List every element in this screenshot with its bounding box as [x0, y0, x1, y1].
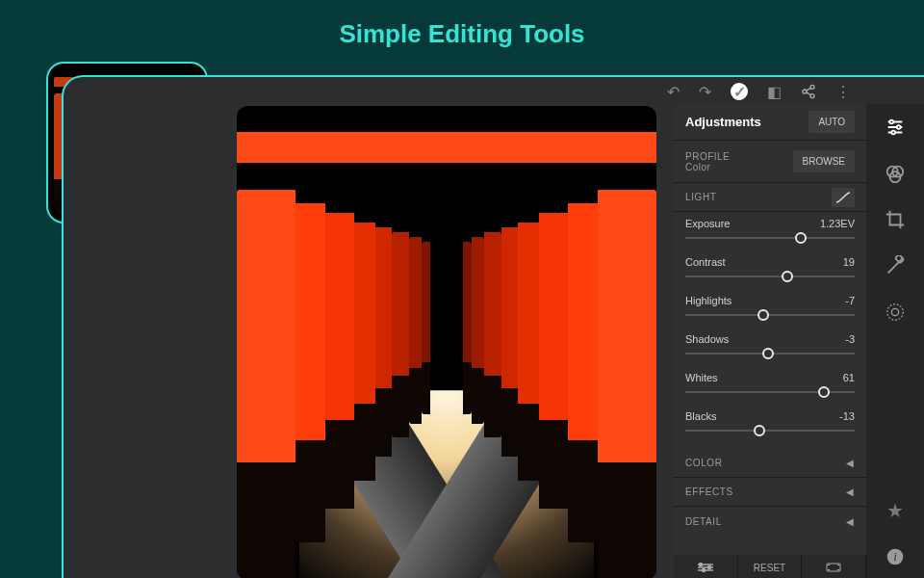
share-icon[interactable]: [801, 84, 816, 99]
svg-point-19: [891, 308, 898, 315]
svg-rect-10: [837, 569, 839, 570]
svg-point-2: [810, 94, 814, 98]
undo-icon[interactable]: ↶: [667, 83, 680, 101]
slider-value: -7: [845, 295, 855, 306]
radial-tool-icon[interactable]: [866, 289, 924, 335]
filmstrip-button[interactable]: [802, 555, 866, 578]
svg-point-13: [891, 131, 895, 135]
svg-text:i: i: [893, 551, 896, 564]
compare-icon[interactable]: ◧: [767, 83, 782, 101]
svg-point-12: [897, 125, 901, 129]
panel-title: Adjustments: [685, 115, 761, 129]
auto-button[interactable]: AUTO: [808, 111, 855, 133]
effects-section-label[interactable]: EFFECTS: [685, 486, 733, 497]
chevron-left-icon: ◀: [846, 458, 855, 468]
svg-point-18: [887, 304, 904, 321]
canvas-photo[interactable]: [237, 106, 656, 578]
reset-button[interactable]: RESET: [738, 555, 803, 578]
slider-shadows[interactable]: Shadows-3: [685, 333, 855, 362]
svg-rect-7: [828, 565, 830, 565]
slider-label: Contrast: [685, 256, 726, 268]
svg-point-5: [702, 569, 705, 572]
chevron-left-icon: ◀: [846, 486, 855, 497]
panel-footer: RESET: [674, 555, 866, 578]
browse-button[interactable]: BROWSE: [793, 150, 855, 172]
slider-value: -13: [839, 410, 855, 422]
star-icon[interactable]: ★: [866, 487, 924, 534]
slider-value: 61: [843, 372, 855, 383]
slider-label: Highlights: [685, 295, 732, 306]
slider-highlights[interactable]: Highlights-7: [685, 295, 855, 324]
svg-point-11: [890, 120, 894, 124]
more-icon[interactable]: ⋮: [835, 83, 851, 101]
info-icon[interactable]: i: [866, 534, 924, 578]
slider-label: Blacks: [685, 410, 716, 422]
slider-value: 19: [843, 256, 855, 268]
color-section-label[interactable]: COLOR: [685, 458, 723, 468]
slider-label: Whites: [685, 372, 718, 383]
editor-topbar: ↶ ↷ ✓ ◧ ⋮: [237, 77, 866, 106]
detail-section-label[interactable]: DETAIL: [685, 516, 722, 527]
profile-label: PROFILE: [685, 151, 730, 162]
slider-value: 1.23EV: [820, 218, 855, 229]
svg-point-4: [707, 566, 710, 569]
light-section-label[interactable]: LIGHT: [685, 192, 716, 202]
crop-tool-icon[interactable]: [866, 197, 924, 243]
svg-point-1: [803, 90, 807, 93]
slider-whites[interactable]: Whites61: [685, 372, 855, 401]
slider-exposure[interactable]: Exposure1.23EV: [685, 218, 855, 247]
marketing-headline: Simple Editing Tools: [0, 19, 924, 49]
slider-contrast[interactable]: Contrast19: [685, 256, 855, 285]
tool-rail: ★ i: [866, 104, 924, 578]
svg-point-0: [810, 85, 814, 89]
chevron-left-icon: ◀: [846, 516, 855, 527]
slider-label: Exposure: [685, 218, 730, 229]
color-mix-tool-icon[interactable]: [866, 150, 924, 197]
adjust-tool-icon[interactable]: [866, 104, 924, 150]
lightroom-app-frame: ↶ ↷ ✓ ◧ ⋮ Adjustments AUTO PROFILE Color…: [62, 75, 924, 578]
healing-tool-icon[interactable]: [866, 243, 924, 289]
slider-label: Shadows: [685, 333, 729, 345]
svg-rect-8: [837, 565, 839, 565]
accept-icon[interactable]: ✓: [731, 83, 748, 100]
previous-button[interactable]: [674, 555, 738, 578]
slider-blacks[interactable]: Blacks-13: [685, 410, 855, 439]
svg-rect-9: [828, 569, 830, 570]
profile-value: Color: [685, 162, 730, 172]
redo-icon[interactable]: ↷: [699, 83, 711, 101]
slider-value: -3: [845, 333, 855, 345]
adjustments-panel: Adjustments AUTO PROFILE Color BROWSE LI…: [674, 104, 866, 578]
svg-point-3: [699, 564, 702, 566]
svg-rect-17: [895, 255, 904, 263]
tone-curve-icon[interactable]: [832, 188, 855, 207]
